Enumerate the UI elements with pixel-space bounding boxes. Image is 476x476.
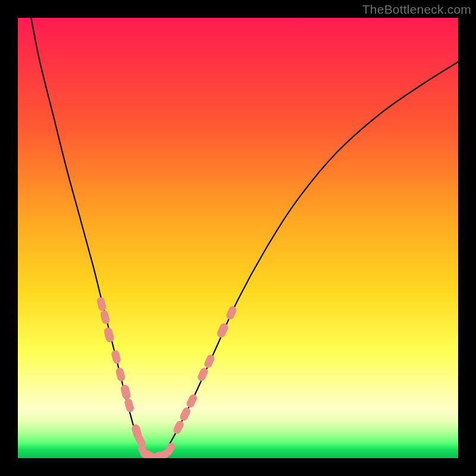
- curve-markers: [96, 297, 237, 458]
- chart-frame: TheBottleneck.com: [0, 0, 476, 476]
- curve-marker: [149, 450, 164, 458]
- curve-marker: [156, 449, 171, 458]
- curve-marker: [216, 322, 229, 339]
- curve-marker: [131, 424, 142, 440]
- curve-marker: [134, 433, 146, 448]
- curve-marker: [163, 442, 176, 457]
- bottleneck-curve: [31, 18, 458, 458]
- curve-marker: [115, 367, 126, 381]
- curve-marker: [186, 393, 198, 408]
- bottleneck-curve-svg: [18, 18, 458, 458]
- curve-marker: [197, 367, 209, 382]
- curve-marker: [203, 354, 215, 369]
- curve-marker: [104, 327, 114, 343]
- watermark-text: TheBottleneck.com: [362, 2, 471, 17]
- curve-marker: [100, 310, 110, 324]
- curve-marker: [137, 444, 150, 458]
- curve-marker: [96, 297, 107, 311]
- plot-area: [18, 18, 458, 458]
- curve-marker: [142, 449, 158, 458]
- curve-marker: [179, 406, 192, 421]
- curve-marker: [226, 305, 237, 320]
- curve-marker: [120, 384, 131, 400]
- curve-marker: [124, 398, 134, 412]
- curve-marker: [111, 350, 121, 364]
- curve-marker: [173, 420, 185, 435]
